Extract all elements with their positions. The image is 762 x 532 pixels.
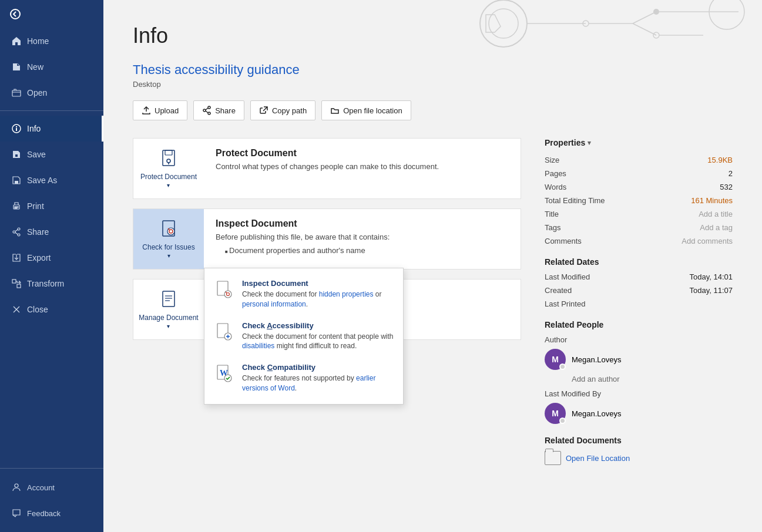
check-for-issues-icon <box>158 218 179 240</box>
prop-label-editing-time: Total Editing Time <box>545 196 627 205</box>
manage-document-button[interactable]: Manage Document ▾ <box>133 280 204 339</box>
dropdown-item-accessibility-desc: Check the document for content that peop… <box>242 332 394 352</box>
content-left: Protect Document ▾ Protect Document Cont… <box>133 138 521 465</box>
prop-label-words: Words <box>545 183 627 191</box>
sidebar-item-save-as[interactable]: Save As <box>0 167 103 193</box>
dropdown-item-inspect[interactable]: Inspect Document Check the document for … <box>204 273 403 315</box>
doc-title: Thesis accessibility guidance <box>133 62 733 78</box>
author-name-primary: Megan.Loveys <box>572 355 622 364</box>
svg-line-38 <box>206 111 208 113</box>
page-title: Info <box>133 23 733 48</box>
sidebar-nav: Home New Open Info Save Save As Print <box>0 28 103 468</box>
prop-row-title: Title Add a title <box>545 210 733 218</box>
sidebar-label-feedback: Feedback <box>27 509 61 518</box>
sidebar-item-open[interactable]: Open <box>0 80 103 106</box>
properties-header: Properties ▾ <box>545 138 733 147</box>
svg-rect-2 <box>14 69 18 69</box>
prop-row-editing-time: Total Editing Time 161 Minutes <box>545 196 733 205</box>
sidebar-label-print: Print <box>27 201 44 211</box>
sidebar-label-share: Share <box>27 227 49 237</box>
prop-value-pages: 2 <box>729 169 733 178</box>
sidebar-item-export[interactable]: Export <box>0 245 103 271</box>
sidebar-item-save[interactable]: Save <box>0 142 103 167</box>
sidebar-item-feedback[interactable]: Feedback <box>0 500 103 526</box>
prop-label-created: Created <box>545 286 627 295</box>
svg-rect-18 <box>17 284 21 288</box>
svg-rect-56 <box>163 291 174 307</box>
upload-icon <box>142 106 151 115</box>
avatar-status <box>559 363 566 370</box>
protect-document-button[interactable]: Protect Document ▾ <box>133 139 204 198</box>
open-file-location-button[interactable]: Open file location <box>321 100 411 120</box>
svg-rect-10 <box>15 208 17 208</box>
svg-point-0 <box>11 9 20 19</box>
prop-row-comments: Comments Add comments <box>545 237 733 245</box>
sidebar-bottom: Account Feedback <box>0 468 103 532</box>
upload-button[interactable]: Upload <box>133 100 187 120</box>
sidebar-item-info[interactable]: Info <box>0 116 103 142</box>
protect-document-content: Protect Document Control what types of c… <box>204 139 521 185</box>
prop-label-author: Author <box>545 335 627 344</box>
back-button[interactable] <box>0 0 103 28</box>
sidebar-item-home[interactable]: Home <box>0 28 103 54</box>
sidebar-label-save-as: Save As <box>27 176 57 185</box>
inspect-document-heading: Inspect Document <box>216 218 509 229</box>
prop-label-last-modified-by: Last Modified By <box>545 389 627 398</box>
open-file-location-label: Open file location <box>343 106 402 115</box>
main-content: Info Thesis accessibility guidance Deskt… <box>103 0 762 532</box>
sidebar-item-print[interactable]: Print <box>0 193 103 219</box>
main-inner: Info Thesis accessibility guidance Deskt… <box>103 0 762 489</box>
add-author-button[interactable]: Add an author <box>572 375 733 383</box>
author-row-modifier: M Megan.Loveys <box>545 403 733 424</box>
dropdown-item-compatibility-desc: Check for features not supported by earl… <box>242 373 394 393</box>
prop-row-created: Created Today, 11:07 <box>545 286 733 295</box>
svg-rect-6 <box>16 126 17 127</box>
share-button[interactable]: Share <box>193 100 244 120</box>
dropdown-item-inspect-text: Inspect Document Check the document for … <box>242 279 394 309</box>
prop-value-title[interactable]: Add a title <box>699 210 733 218</box>
manage-document-label: Manage Document ▾ <box>139 314 198 330</box>
dropdown-item-inspect-desc: Check the document for hidden properties… <box>242 289 394 309</box>
prop-row-author: Author <box>545 335 733 344</box>
prop-label-title: Title <box>545 210 627 218</box>
avatar-status-modifier <box>559 417 566 424</box>
copy-path-button[interactable]: Copy path <box>250 100 315 120</box>
related-documents-header: Related Documents <box>545 436 733 445</box>
sidebar-label-new: New <box>27 62 43 72</box>
prop-value-tags[interactable]: Add a tag <box>700 223 733 232</box>
sidebar-label-save: Save <box>27 150 46 159</box>
svg-rect-9 <box>15 207 18 207</box>
check-for-issues-button[interactable]: Check for Issues ▾ <box>133 209 204 269</box>
svg-line-14 <box>15 230 18 231</box>
prop-label-pages: Pages <box>545 169 627 178</box>
share-label: Share <box>215 106 236 115</box>
dropdown-item-accessibility[interactable]: Check Accessibility Check the document f… <box>204 315 403 358</box>
prop-value-created: Today, 11:07 <box>690 286 733 295</box>
sidebar-label-info: Info <box>27 124 41 133</box>
sidebar-item-share[interactable]: Share <box>0 219 103 245</box>
sidebar-item-account[interactable]: Account <box>0 474 103 500</box>
check-for-issues-dropdown: Inspect Document Check the document for … <box>204 268 404 405</box>
prop-value-comments[interactable]: Add comments <box>682 237 733 245</box>
dropdown-item-compatibility[interactable]: W Check Compatibility Check for features… <box>204 357 403 399</box>
prop-row-pages: Pages 2 <box>545 169 733 178</box>
prop-value-editing-time: 161 Minutes <box>691 196 733 205</box>
open-file-location-rel[interactable]: Open File Location <box>545 451 733 465</box>
svg-point-13 <box>13 231 15 233</box>
action-buttons: Upload Share Copy path Op <box>133 100 733 120</box>
dropdown-item-compatibility-text: Check Compatibility Check for features n… <box>242 363 394 393</box>
open-file-location-icon <box>330 106 340 115</box>
sidebar-item-transform[interactable]: Transform <box>0 271 103 297</box>
svg-rect-7 <box>15 181 18 184</box>
sidebar-item-close[interactable]: Close <box>0 297 103 322</box>
svg-line-37 <box>206 108 208 110</box>
prop-label-size: Size <box>545 156 627 164</box>
sidebar-label-transform: Transform <box>27 279 64 288</box>
prop-row-last-modified-by: Last Modified By <box>545 389 733 398</box>
sidebar-item-new[interactable]: New <box>0 54 103 80</box>
svg-rect-40 <box>165 150 172 155</box>
protect-document-card: Protect Document ▾ Protect Document Cont… <box>133 138 521 199</box>
svg-point-48 <box>224 291 231 298</box>
folder-icon <box>545 451 561 465</box>
svg-rect-17 <box>12 280 16 283</box>
